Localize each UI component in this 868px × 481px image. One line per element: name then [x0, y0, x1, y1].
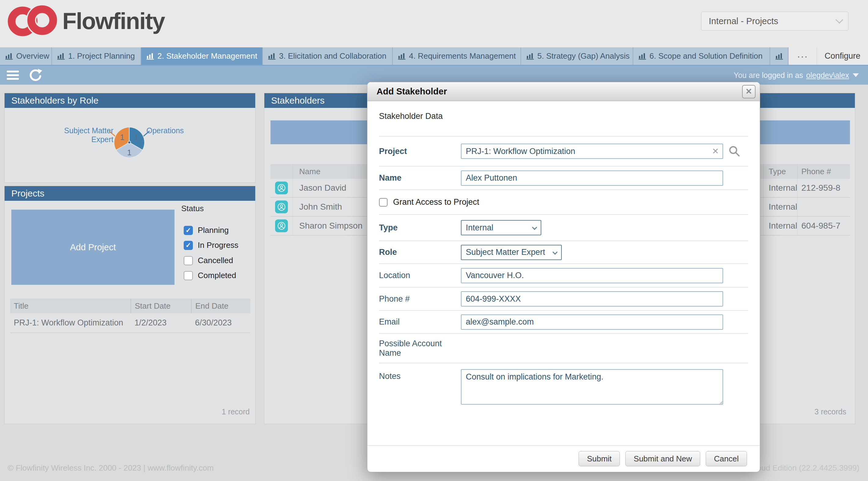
chevron-down-icon	[553, 249, 558, 255]
submit-button[interactable]: Submit	[579, 451, 620, 466]
tab-overflow-partial[interactable]	[770, 47, 788, 65]
column-header-start-date[interactable]: Start Date	[131, 298, 191, 313]
menu-icon[interactable]	[7, 71, 19, 80]
stakeholders-record-count: 3 records	[814, 407, 846, 416]
cell-phone: 604-985-7	[797, 217, 850, 235]
bar-chart-icon	[775, 53, 783, 60]
type-select-value: Internal	[466, 223, 493, 232]
checkbox-planning[interactable]: ✓	[184, 226, 193, 235]
form-row-grant-access: ✓ Grant Access to Project	[379, 190, 748, 215]
flowfinity-logo: Flowfinity	[7, 5, 165, 37]
name-label: Name	[379, 173, 461, 183]
modal-footer: Submit Submit and New Cancel	[367, 445, 760, 472]
add-stakeholder-modal: Add Stakeholder ✕ Stakeholder Data Proje…	[367, 82, 760, 472]
column-header-title[interactable]: Title	[10, 298, 131, 313]
pie-label-operations: Operations	[146, 126, 184, 135]
filter-label: In Progress	[198, 241, 238, 250]
footer-edition: Cloud Edition (22.2.4425.3999)	[749, 463, 860, 473]
modal-title: Add Stakeholder	[376, 87, 447, 97]
bar-chart-icon	[398, 53, 406, 60]
checkbox-cancelled[interactable]: ✓	[184, 256, 193, 265]
column-header-phone[interactable]: Phone #	[797, 164, 850, 179]
filter-label: Cancelled	[198, 256, 233, 265]
tabs-overflow-button[interactable]: ···	[788, 47, 817, 65]
project-field[interactable]	[461, 143, 723, 159]
configure-button[interactable]: Configure	[817, 47, 868, 65]
pie-value-label: 1	[134, 133, 138, 142]
filter-completed[interactable]: ✓ Completed	[184, 271, 236, 280]
add-project-button[interactable]: Add Project	[11, 210, 175, 285]
phone-label: Phone #	[379, 294, 461, 304]
tab-strategy-gap-analysis[interactable]: 5. Strategy (Gap) Analysis	[521, 47, 633, 65]
submit-and-new-button[interactable]: Submit and New	[625, 451, 700, 466]
form-row-project: Project ✕	[379, 137, 748, 166]
dashboard-tabbar: Overview 1. Project Planning 2. Stakehol…	[0, 47, 868, 65]
bar-chart-icon	[5, 53, 13, 60]
stakeholder-avatar-icon	[275, 182, 288, 194]
tab-label: 5. Strategy (Gap) Analysis	[537, 51, 630, 61]
stakeholder-avatar-icon	[275, 219, 288, 232]
notes-label: Notes	[379, 372, 461, 381]
panel-title: Projects	[5, 186, 255, 201]
bar-chart-icon	[526, 53, 534, 60]
panel-projects: Projects Add Project Status ✓ Planning ✓…	[4, 186, 255, 424]
refresh-icon[interactable]	[29, 68, 43, 82]
tab-label: Overview	[16, 51, 49, 61]
app-header: Flowfinity Internal - Projects	[0, 0, 868, 47]
possible-account-name-label: Possible Account Name	[379, 339, 461, 358]
grant-access-checkbox[interactable]: ✓	[379, 198, 388, 206]
name-field[interactable]	[461, 170, 723, 186]
bar-chart-icon	[268, 53, 276, 60]
clear-icon[interactable]: ✕	[712, 147, 719, 156]
cancel-button[interactable]: Cancel	[706, 451, 747, 466]
form-row-role: Role Subject Matter Expert	[379, 241, 748, 264]
pie-value-label: 1	[127, 148, 131, 157]
modal-section-title: Stakeholder Data	[379, 111, 443, 121]
tab-stakeholder-management[interactable]: 2. Stakeholder Management	[141, 47, 263, 65]
phone-field[interactable]	[461, 291, 723, 307]
tab-elicitation-collaboration[interactable]: 3. Elicitation and Collaboration	[263, 47, 393, 65]
checkbox-in-progress[interactable]: ✓	[184, 241, 193, 250]
logo-text: Flowfinity	[62, 8, 165, 34]
bar-chart-icon	[146, 53, 154, 60]
app-selector-dropdown[interactable]: Internal - Projects	[701, 11, 848, 31]
tab-label: 3. Elicitation and Collaboration	[279, 51, 386, 61]
bar-chart-icon	[57, 53, 65, 60]
filter-in-progress[interactable]: ✓ In Progress	[184, 241, 238, 250]
modal-header: Add Stakeholder ✕	[367, 82, 760, 101]
current-user-link[interactable]: olegdev\alex	[806, 71, 849, 80]
role-select[interactable]: Subject Matter Expert	[461, 245, 562, 260]
cell-phone	[797, 198, 850, 216]
tab-scope-solution-definition[interactable]: 6. Scope and Solution Definition	[633, 47, 770, 65]
tab-requirements-management[interactable]: 4. Requirements Management	[393, 47, 521, 65]
filter-label: Planning	[198, 226, 228, 235]
pie-label-subject-matter-expert: Subject Matter Expert	[41, 126, 114, 144]
filter-cancelled[interactable]: ✓ Cancelled	[184, 256, 233, 265]
email-field[interactable]	[461, 315, 723, 330]
checkbox-completed[interactable]: ✓	[184, 271, 193, 280]
notes-field[interactable]: Consult on implications for Marketing.	[461, 369, 723, 405]
column-header-type[interactable]: Type	[763, 164, 797, 179]
email-label: Email	[379, 317, 461, 327]
tab-project-planning[interactable]: 1. Project Planning	[52, 47, 141, 65]
type-select[interactable]: Internal	[461, 220, 541, 235]
panel-title: Stakeholders by Role	[5, 93, 255, 108]
table-row[interactable]: PRJ-1: Workflow Optimization 1/2/2023 6/…	[10, 313, 250, 333]
grant-access-label: Grant Access to Project	[393, 197, 479, 207]
column-header-end-date[interactable]: End Date	[191, 298, 250, 313]
filter-planning[interactable]: ✓ Planning	[184, 226, 228, 235]
app-selector-value: Internal - Projects	[709, 16, 778, 26]
close-icon[interactable]: ✕	[742, 85, 755, 98]
form-row-phone: Phone #	[379, 288, 748, 311]
status-filter-label: Status	[181, 204, 204, 213]
pie-value-label: 1	[120, 133, 124, 142]
tab-overview[interactable]: Overview	[0, 47, 52, 65]
user-menu-caret-icon[interactable]	[853, 73, 859, 77]
location-field[interactable]	[461, 268, 723, 283]
flowfinity-logo-icon	[7, 5, 58, 37]
app-window: Flowfinity Internal - Projects Overview …	[0, 0, 868, 481]
bar-chart-icon	[638, 53, 646, 60]
search-icon[interactable]	[728, 146, 740, 157]
cell-type: Internal	[763, 198, 797, 216]
stakeholder-avatar-icon	[275, 200, 288, 213]
